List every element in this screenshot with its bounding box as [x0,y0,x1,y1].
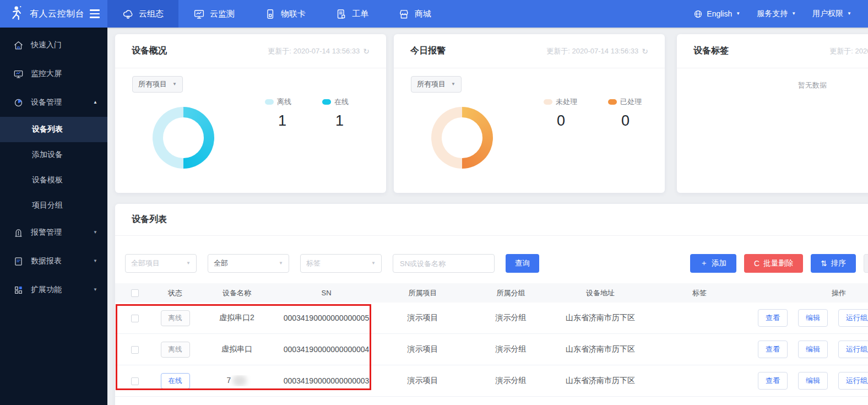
run-scada-button[interactable]: 运行组态 [838,372,868,390]
run-scada-button[interactable]: 运行组态 [838,309,868,327]
row-checkbox[interactable] [131,377,139,385]
sidebar-item-5[interactable]: 数据报表▼ [0,247,107,276]
sidebar-item-4[interactable]: 报警管理▼ [0,218,107,247]
device-name: 虚拟串口2 [219,313,254,322]
sidebar-item-label: 快速入门 [31,40,62,50]
address-cell: 山东省济南市历下区 [551,344,650,354]
table-filters: 全部项目 ▼ 全部 ▼ 标签 ▼ 查询 [125,254,539,273]
screen-icon [13,69,24,79]
menu-collapse-icon[interactable] [90,9,100,18]
nav-tab-label: 物联卡 [281,9,306,19]
status-badge: 在线 [161,373,190,389]
sidebar-item-6[interactable]: 扩展功能▼ [0,276,107,304]
actions-cell: 查看编辑运行组态 [749,309,868,327]
device-name-cell: 虚拟串口2 [196,313,278,323]
edit-button[interactable]: 编辑 [798,309,828,327]
alarm-status-donut-chart [431,107,493,169]
table-row: 离线虚拟串口00034190000000000004演示项目演示分组山东省济南市… [115,334,868,365]
sidebar-subitem-3-2[interactable]: 添加设备 [0,142,107,168]
batch-delete-icon: C [754,259,760,268]
extension-icon [13,285,24,295]
chevron-down-icon: ▼ [451,82,455,87]
legend-entry: 已处理 [608,97,642,107]
legend-item-2: 在线1 [322,97,349,129]
primary-tabs: 云组态云监测物联卡工单商城 [107,0,446,28]
sidebar-subitem-3-3[interactable]: 设备模板 [0,168,107,193]
device-list-card: 设备列表 全部项目 ▼ 全部 ▼ 标签 ▼ 查询 ＋添加C批量删除⇅排序 [115,204,868,405]
sidebar-item-label: 扩展功能 [31,285,62,295]
run-scada-button[interactable]: 运行组态 [838,341,868,358]
nav-tab-label: 商城 [415,9,431,19]
nav-tab-1[interactable]: 云组态 [107,0,178,28]
top-menu-3[interactable]: 用户权限▼ [812,9,851,19]
table-actions: ＋添加C批量删除⇅排序 [690,254,868,273]
device-name-cell: 7 [196,375,278,386]
row-checkbox[interactable] [131,315,139,322]
nav-tab-3[interactable]: 物联卡 [249,0,321,28]
sn-cell: 00034190000000000003 [278,376,375,385]
legend-item-2: 已处理0 [608,97,642,129]
legend-item-1: 未处理0 [544,97,577,129]
row-actions: 查看编辑运行组态 [749,309,868,327]
sidebar-item-2[interactable]: 监控大屏 [0,60,107,88]
top-menu-1[interactable]: English▼ [693,9,740,19]
add-button[interactable]: ＋添加 [690,254,736,273]
action-button-label: 批量删除 [763,258,793,268]
legend-swatch [608,99,617,105]
project-filter-select[interactable]: 所有项目 ▼ [411,76,462,93]
cloud-icon [122,8,134,20]
edit-button[interactable]: 编辑 [798,341,828,358]
query-button[interactable]: 查询 [506,254,539,273]
status-cell: 在线 [155,373,196,389]
clipped-edge-button[interactable] [864,254,868,273]
sort-button[interactable]: ⇅排序 [811,254,856,273]
top-menu-2[interactable]: 服务支持▼ [757,9,796,19]
view-button[interactable]: 查看 [758,372,788,390]
row-checkbox[interactable] [131,346,139,354]
updated-timestamp: 更新于: 2020-07-14 13:56:33 ↻ [268,46,370,56]
project-filter-select[interactable]: 全部项目 ▼ [125,254,197,273]
group-cell: 演示分组 [471,313,551,323]
tag-filter-select[interactable]: 标签 ▼ [300,254,382,273]
nav-tab-4[interactable]: 工单 [321,0,383,28]
nav-tab-label: 工单 [352,9,368,19]
legend-item-1: 离线1 [265,97,291,129]
brand: 有人云控制台 [0,0,107,28]
sidebar-item-3[interactable]: 设备管理▲ [0,88,107,117]
sidebar-subitem-3-1[interactable]: 设备列表 [0,117,107,142]
chevron-down-icon: ▼ [172,82,177,87]
donut-legend: 离线1在线1 [265,97,349,129]
chevron-down-icon: ▼ [791,12,796,16]
sidebar-navigation: 快速入门监控大屏设备管理▲设备列表添加设备设备模板项目分组报警管理▼数据报表▼扩… [0,28,107,405]
device-name-cell: 虚拟串口 [196,344,278,354]
select-all-checkbox[interactable] [131,289,139,297]
top-menu-label: 服务支持 [757,9,788,19]
sidebar-subitem-3-4[interactable]: 项目分组 [0,193,107,218]
nav-tab-5[interactable]: 商城 [383,0,446,28]
home-icon [13,40,24,51]
sidebar-item-1[interactable]: 快速入门 [0,31,107,60]
nav-tab-label: 云监测 [210,9,235,19]
status-badge: 离线 [161,342,190,358]
refresh-icon[interactable]: ↻ [363,47,370,56]
row-select-cell [115,345,155,354]
sidebar-item-label: 报警管理 [31,228,62,237]
legend-swatch [265,99,274,105]
column-header-8: 操作 [749,288,868,298]
mall-icon [398,8,410,20]
main-content: 设备概况 更新于: 2020-07-14 13:56:33 ↻ 所有项目 ▼ 离… [107,28,868,405]
device-status-donut-chart [153,107,214,169]
search-input[interactable] [393,254,495,273]
project-filter-select[interactable]: 所有项目 ▼ [132,76,183,93]
refresh-icon[interactable]: ↻ [642,47,648,56]
status-filter-select[interactable]: 全部 ▼ [208,254,289,273]
view-button[interactable]: 查看 [758,309,788,327]
redaction-blur [232,375,247,386]
batch-delete-button[interactable]: C批量删除 [744,254,803,273]
row-select-cell [115,314,155,322]
nav-tab-2[interactable]: 云监测 [178,0,249,28]
view-button[interactable]: 查看 [758,341,788,358]
legend-entry: 未处理 [544,97,577,107]
edit-button[interactable]: 编辑 [798,372,828,390]
legend-label: 未处理 [556,97,577,107]
